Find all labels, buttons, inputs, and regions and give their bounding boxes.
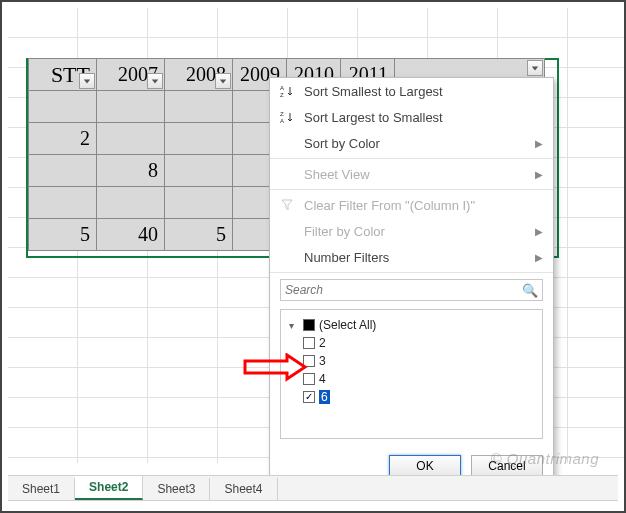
submenu-arrow-icon: ▶	[535, 252, 543, 263]
tab-sheet4[interactable]: Sheet4	[210, 478, 277, 500]
sort-ascending[interactable]: AZ Sort Smallest to Largest	[270, 78, 553, 104]
tab-sheet3[interactable]: Sheet3	[143, 478, 210, 500]
col-2007: 2007	[97, 59, 165, 91]
filter-by-color: Filter by Color ▶	[270, 218, 553, 244]
number-filters[interactable]: Number Filters ▶	[270, 244, 553, 270]
checkbox[interactable]	[303, 373, 315, 385]
sheet-tabbar: Sheet1 Sheet2 Sheet3 Sheet4	[8, 475, 618, 501]
cancel-button[interactable]: Cancel	[471, 455, 543, 477]
submenu-arrow-icon: ▶	[535, 138, 543, 149]
filter-button[interactable]	[527, 60, 543, 76]
clear-filter-icon	[278, 198, 296, 212]
sort-asc-icon: AZ	[278, 84, 296, 98]
svg-text:Z: Z	[280, 92, 284, 98]
checkbox[interactable]	[303, 337, 315, 349]
separator	[270, 158, 553, 159]
checkbox-partial[interactable]	[303, 319, 315, 331]
tab-sheet1[interactable]: Sheet1	[8, 478, 75, 500]
sort-by-color[interactable]: Sort by Color ▶	[270, 130, 553, 156]
col-stt: STT	[29, 59, 97, 91]
col-2008: 2008	[165, 59, 233, 91]
sheet-view: Sheet View ▶	[270, 161, 553, 187]
tab-sheet2[interactable]: Sheet2	[75, 476, 143, 500]
filter-item[interactable]: 3	[285, 352, 538, 370]
separator	[270, 189, 553, 190]
sort-descending[interactable]: ZA Sort Largest to Smallest	[270, 104, 553, 130]
sort-desc-icon: ZA	[278, 110, 296, 124]
search-input[interactable]	[285, 283, 522, 297]
svg-text:A: A	[280, 118, 284, 124]
search-row: 🔍	[270, 275, 553, 305]
svg-text:Z: Z	[280, 111, 284, 117]
search-icon: 🔍	[522, 283, 538, 298]
filter-dropdown: AZ Sort Smallest to Largest ZA Sort Larg…	[269, 77, 554, 488]
filter-button[interactable]	[215, 73, 231, 89]
ok-button[interactable]: OK	[389, 455, 461, 477]
filter-item[interactable]: 2	[285, 334, 538, 352]
clear-filter: Clear Filter From "(Column I)"	[270, 192, 553, 218]
separator	[270, 272, 553, 273]
tree-toggle-icon: ▾	[289, 320, 299, 331]
checkbox[interactable]	[303, 355, 315, 367]
filter-button[interactable]	[147, 73, 163, 89]
filter-item[interactable]: 6	[285, 388, 538, 406]
filter-tree[interactable]: ▾ (Select All) 2 3 4 6	[280, 309, 543, 439]
filter-item[interactable]: 4	[285, 370, 538, 388]
checkbox-checked[interactable]	[303, 391, 315, 403]
search-input-wrap[interactable]: 🔍	[280, 279, 543, 301]
filter-button[interactable]	[79, 73, 95, 89]
select-all-item[interactable]: ▾ (Select All)	[285, 316, 538, 334]
svg-text:A: A	[280, 85, 284, 91]
